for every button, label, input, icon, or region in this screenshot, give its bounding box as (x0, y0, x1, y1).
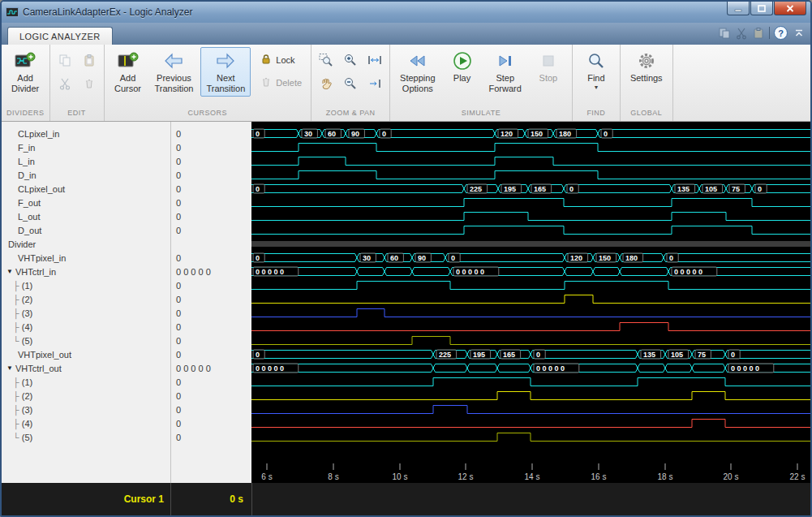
arrow-left-icon (163, 50, 184, 71)
wave-3 (251, 309, 810, 317)
delete-edit-button (79, 75, 100, 96)
tree-line: ├ (13, 308, 19, 318)
signal-row-vhtctrl-out[interactable]: ▼VHTctrl_out0 0 0 0 0 (2, 361, 251, 375)
svg-text:120: 120 (570, 254, 582, 262)
signal-row-1[interactable]: ├(1)0 (2, 375, 251, 389)
settings-button[interactable]: Settings (625, 47, 668, 86)
svg-text:90: 90 (418, 254, 426, 262)
signal-row-vhtpixel-in[interactable]: VHTpixel_in0 (2, 251, 251, 265)
signal-row-d-in[interactable]: D_in0 (2, 168, 251, 182)
svg-text:0: 0 (256, 254, 260, 262)
svg-text:0: 0 (451, 254, 455, 262)
svg-text:20 s: 20 s (724, 472, 739, 481)
settings-icon (636, 50, 657, 71)
close-button[interactable] (774, 2, 806, 15)
wave-vhtpixel-out: 02251951650135105750 (251, 350, 810, 359)
signal-name: (3) (22, 308, 32, 318)
section-label: GLOBAL (621, 109, 672, 121)
tree-line: ├ (13, 322, 19, 332)
svg-text:225: 225 (439, 351, 451, 359)
signal-value: 0 (176, 336, 181, 346)
signal-row-clpixel-out[interactable]: CLpixel_out0 (2, 182, 251, 196)
signal-row-1[interactable]: ├(1)0 (2, 278, 251, 292)
signal-row-divider[interactable]: Divider (2, 237, 251, 251)
next-transition-button[interactable]: NextTransition (200, 47, 251, 97)
icon-grid (316, 47, 385, 96)
cursor-label[interactable]: Cursor 1 (2, 493, 170, 505)
signal-row-d-out[interactable]: D_out0 (2, 223, 251, 237)
signal-value: 0 (176, 419, 181, 429)
zoom-region-icon (319, 53, 333, 71)
collapse-caret-icon[interactable]: ▼ (6, 268, 13, 275)
signal-row-4[interactable]: ├(4)0 (2, 416, 251, 430)
signal-row-3[interactable]: ├(3)0 (2, 306, 251, 320)
add-divider-button[interactable]: AddDivider (6, 47, 45, 97)
svg-text:12 s: 12 s (458, 472, 474, 481)
zoom-out-icon (343, 76, 358, 94)
signal-row-2[interactable]: ├(2)0 (2, 292, 251, 306)
svg-text:0 0 0 0 0: 0 0 0 0 0 (456, 268, 484, 276)
help-button[interactable]: ? (774, 26, 788, 40)
maximize-button[interactable] (750, 2, 773, 15)
svg-text:90: 90 (351, 130, 359, 138)
svg-text:10 s: 10 s (393, 472, 408, 481)
titlebar[interactable]: CameraLinkAdapterEx - Logic Analyzer (2, 2, 810, 23)
find-button[interactable]: Find▼ (577, 47, 616, 93)
signal-row-3[interactable]: ├(3)0 (2, 403, 251, 416)
signal-value: 0 (176, 226, 181, 235)
signal-row-f-in[interactable]: F_in0 (2, 140, 251, 154)
collapse-caret-icon[interactable]: ▼ (6, 364, 13, 372)
collapse-toolstrip-icon[interactable] (792, 26, 806, 40)
signal-name: (4) (22, 419, 32, 429)
dropdown-arrow-icon: ▼ (593, 84, 599, 90)
signal-name: (3) (22, 405, 32, 415)
svg-text:180: 180 (559, 130, 571, 138)
svg-text:0 0 0 0 0: 0 0 0 0 0 (674, 268, 702, 276)
qat-copy-icon (718, 27, 731, 40)
tab-logic-analyzer[interactable]: LOGIC ANALYZER (7, 27, 113, 45)
signal-row-clpixel-in[interactable]: CLpixel_in0 (2, 127, 251, 140)
signal-row-l-in[interactable]: L_in0 (2, 154, 251, 168)
zoom-in-button[interactable] (340, 51, 361, 72)
lock-button[interactable]: Lock (257, 52, 305, 68)
stepping-options-button[interactable]: SteppingOptions (394, 47, 440, 97)
signal-row-5[interactable]: └(5)0 (2, 430, 251, 444)
signal-row-l-out[interactable]: L_out0 (2, 209, 251, 223)
zoom-to-range-button[interactable] (364, 75, 385, 96)
signal-name: VHTpixel_in (18, 253, 66, 263)
add-cursor-icon (118, 50, 139, 71)
fit-to-view-button[interactable] (364, 51, 385, 72)
signal-value: 0 (176, 184, 181, 194)
signal-name: D_in (18, 170, 37, 180)
toolbar-section-edit: EDIT (50, 45, 105, 121)
play-button[interactable]: Play (443, 47, 482, 86)
paste-button (79, 51, 100, 72)
zoom-in-time-button[interactable] (316, 51, 337, 72)
add-divider-icon (15, 50, 36, 71)
signal-row-vhtctrl-in[interactable]: ▼VHTctrl_in0 0 0 0 0 (2, 265, 251, 278)
signal-row-4[interactable]: ├(4)0 (2, 320, 251, 334)
fit-width-icon (367, 53, 382, 71)
add-cursor-button[interactable]: AddCursor (109, 47, 148, 97)
signal-row-2[interactable]: ├(2)0 (2, 389, 251, 403)
signal-value: 0 (176, 170, 181, 180)
tree-line: ├ (13, 377, 19, 387)
lock-icon (260, 54, 272, 67)
wave-1 (251, 282, 810, 290)
zoom-out-button[interactable] (340, 75, 361, 96)
signal-name: Divider (8, 239, 36, 249)
svg-text:150: 150 (599, 254, 611, 262)
minimize-button[interactable] (727, 2, 750, 15)
signal-row-5[interactable]: └(5)0 (2, 334, 251, 347)
svg-text:8 s: 8 s (328, 472, 338, 481)
previous-transition-button[interactable]: PreviousTransition (149, 47, 200, 97)
pan-button[interactable] (316, 75, 337, 96)
section-label: SIMULATE (390, 109, 572, 121)
waveform-area[interactable]: 0306090012015018000225195165013510575003… (251, 122, 810, 483)
toolstrip: AddDividerDIVIDERSEDITAddCursorPreviousT… (2, 45, 810, 122)
cut-icon (58, 77, 71, 93)
signal-row-vhtpixel-out[interactable]: VHTpixel_out0 (2, 347, 251, 361)
step-forward-button[interactable]: StepForward (483, 47, 527, 97)
signal-row-f-out[interactable]: F_out0 (2, 196, 251, 209)
svg-text:0: 0 (731, 351, 735, 359)
